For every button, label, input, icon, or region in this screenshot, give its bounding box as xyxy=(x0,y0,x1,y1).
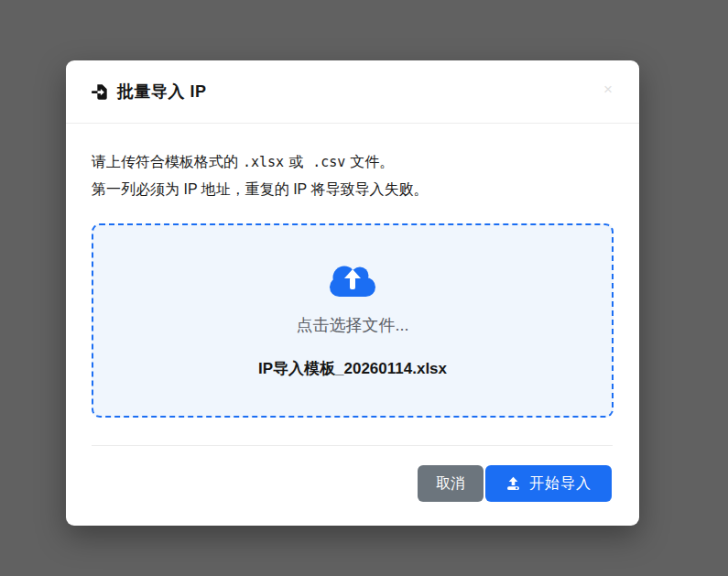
dropzone-prompt[interactable]: 点击选择文件... xyxy=(296,314,408,336)
file-dropzone[interactable]: 点击选择文件... IP导入模板_20260114.xlsx xyxy=(92,223,614,418)
upload-instructions: 请上传符合模板格式的.xlsx或.csv文件。 第一列必须为 IP 地址，重复的… xyxy=(92,148,614,203)
instruction-line-1: 请上传符合模板格式的.xlsx或.csv文件。 xyxy=(92,148,614,176)
batch-import-ip-dialog: 批量导入 IP × 请上传符合模板格式的.xlsx或.csv文件。 第一列必须为… xyxy=(66,60,639,526)
dialog-title: 批量导入 IP xyxy=(117,81,207,103)
dialog-header: 批量导入 IP × xyxy=(66,60,639,124)
start-import-button[interactable]: 开始导入 xyxy=(485,465,612,502)
instruction-line1-prefix: 请上传符合模板格式的 xyxy=(92,154,238,169)
dialog-footer: 取消 开始导入 xyxy=(66,446,639,502)
close-icon[interactable]: × xyxy=(601,82,615,97)
instruction-conjunction: 或 xyxy=(288,154,303,169)
instruction-line1-suffix: 文件。 xyxy=(350,154,394,169)
cancel-button[interactable]: 取消 xyxy=(418,465,484,502)
instruction-line-2: 第一列必须为 IP 地址，重复的 IP 将导致导入失败。 xyxy=(92,176,614,203)
file-import-icon xyxy=(92,83,109,101)
upload-icon xyxy=(505,476,521,492)
xlsx-extension: .xlsx xyxy=(243,154,284,170)
csv-extension: .csv xyxy=(312,154,345,170)
selected-template-filename: IP导入模板_20260114.xlsx xyxy=(258,358,447,379)
cloud-upload-icon xyxy=(328,263,377,303)
dialog-body: 请上传符合模板格式的.xlsx或.csv文件。 第一列必须为 IP 地址，重复的… xyxy=(66,124,639,418)
start-import-label: 开始导入 xyxy=(529,474,592,494)
